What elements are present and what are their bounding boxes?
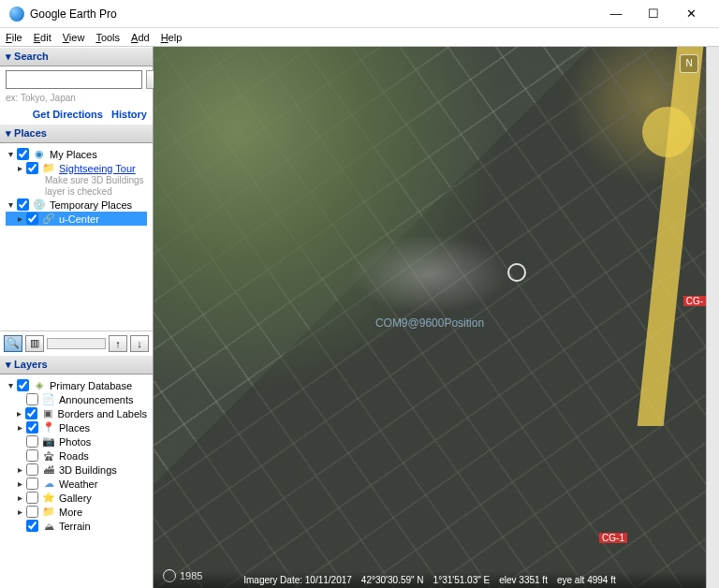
minimize-button[interactable]: —: [597, 1, 635, 27]
tree-row[interactable]: ▸📁More: [6, 505, 147, 519]
status-eye-alt: eye alt 4994 ft: [557, 575, 616, 585]
map-label-cg1: CG-1: [599, 533, 627, 543]
checkbox[interactable]: [26, 393, 38, 405]
checkbox[interactable]: [25, 407, 37, 419]
photo-icon: 📷: [42, 435, 55, 448]
map-label-cg2: CG-: [683, 296, 706, 306]
checkbox[interactable]: [26, 492, 38, 504]
opacity-slider[interactable]: [47, 338, 106, 349]
link-icon: 🔗: [42, 213, 55, 226]
tree-row[interactable]: ▾◉My Places: [6, 147, 147, 161]
status-latitude: 42°30'30.59" N: [361, 575, 424, 585]
db-icon: ◈: [33, 379, 46, 392]
map-viewport[interactable]: N COM9@9600Position CG-1 CG- 1985 Imager…: [154, 47, 706, 588]
tree-row[interactable]: ▸🏙3D Buildings: [6, 463, 147, 477]
more-icon: 📁: [42, 506, 55, 519]
compass-icon[interactable]: N: [680, 54, 698, 73]
expand-icon[interactable]: ▸: [15, 422, 24, 433]
title-bar: Google Earth Pro — ☐ ✕: [0, 0, 719, 28]
checkbox[interactable]: [17, 148, 29, 160]
weather-icon: ☁: [42, 478, 55, 491]
get-directions-link[interactable]: Get Directions: [33, 109, 103, 120]
disc-icon: 💿: [33, 198, 46, 212]
checkbox[interactable]: [26, 520, 38, 532]
road-icon: 🛣: [42, 449, 55, 463]
checkbox[interactable]: [26, 421, 38, 434]
expand-icon[interactable]: ▸: [15, 507, 24, 517]
tree-row[interactable]: ▸📍Places: [6, 420, 147, 434]
menu-add[interactable]: Add: [131, 32, 150, 43]
tree-label: Temporary Places: [48, 199, 132, 211]
note-icon: 📄: [42, 393, 55, 406]
tree-hint: layer is checked: [6, 186, 147, 198]
move-up-button[interactable]: ↑: [109, 335, 127, 352]
roundabout-overlay: [642, 107, 693, 157]
places-panel-header[interactable]: Places: [0, 124, 153, 143]
maximize-button[interactable]: ☐: [635, 1, 672, 27]
tree-label: Primary Database: [48, 380, 132, 391]
checkbox[interactable]: [26, 162, 38, 174]
status-imagery-date: Imagery Date: 10/11/2017: [243, 575, 352, 585]
checkbox[interactable]: [26, 478, 38, 490]
tree-row[interactable]: ▸▣Borders and Labels: [6, 406, 147, 420]
expand-icon[interactable]: ▾: [6, 380, 15, 390]
tree-label: Announcements: [57, 394, 134, 405]
expand-icon[interactable]: ▸: [15, 464, 24, 475]
checkbox[interactable]: [26, 213, 38, 225]
menu-view[interactable]: View: [63, 32, 85, 43]
tree-row[interactable]: ▸📁Sightseeing Tour: [6, 161, 147, 175]
tree-label: Gallery: [57, 492, 92, 504]
tree-row[interactable]: ▸☁Weather: [6, 477, 147, 491]
history-link[interactable]: History: [111, 109, 147, 120]
search-input[interactable]: [6, 70, 142, 89]
checkbox[interactable]: [17, 198, 29, 211]
search-toggle-button[interactable]: 🔍: [4, 335, 22, 352]
opacity-slider-zone: 🔍 ▥ ↑ ↓: [0, 331, 153, 355]
expand-icon[interactable]: ▸: [15, 492, 24, 503]
tree-label: More: [57, 507, 82, 518]
menu-file[interactable]: File: [6, 32, 22, 43]
checkbox[interactable]: [26, 463, 38, 476]
checkbox[interactable]: [26, 506, 38, 518]
map-overlay-label: COM9@9600Position: [375, 316, 484, 330]
scrollbar[interactable]: [706, 47, 719, 588]
tree-label: Photos: [57, 436, 91, 448]
sidebar: Search Search ex: Tokyo, Japan Get Direc…: [0, 47, 154, 588]
menu-bar: File Edit View Tools Add Help: [0, 28, 719, 47]
menu-edit[interactable]: Edit: [34, 32, 51, 43]
tree-row[interactable]: ▸⭐Gallery: [6, 491, 147, 505]
terrain-icon: ⛰: [42, 520, 55, 533]
expand-icon[interactable]: ▸: [15, 408, 23, 419]
status-longitude: 1°31'51.03" E: [433, 575, 491, 585]
checkbox[interactable]: [26, 435, 38, 448]
tree-label: 3D Buildings: [57, 464, 117, 476]
place-icon: 📍: [42, 421, 55, 434]
search-example: ex: Tokyo, Japan: [6, 93, 147, 103]
tree-row[interactable]: ▾💿Temporary Places: [6, 198, 147, 212]
tree-row[interactable]: 📷Photos: [6, 434, 147, 448]
tree-label: Terrain: [57, 521, 91, 532]
layers-panel-header[interactable]: Layers: [0, 355, 153, 375]
tree-label: My Places: [48, 149, 97, 160]
map-marker[interactable]: [507, 263, 526, 282]
tree-row[interactable]: 🛣Roads: [6, 448, 147, 463]
tree-label: Borders and Labels: [56, 408, 147, 419]
move-down-button[interactable]: ↓: [130, 335, 149, 352]
tree-row[interactable]: ▸🔗u-Center: [6, 212, 147, 226]
panel-button[interactable]: ▥: [25, 335, 44, 352]
menu-tools[interactable]: Tools: [95, 32, 120, 43]
tree-row[interactable]: ⛰Terrain: [6, 519, 147, 533]
tree-row[interactable]: ▾◈Primary Database: [6, 378, 147, 392]
close-button[interactable]: ✕: [672, 1, 710, 27]
tree-label: u-Center: [57, 213, 99, 225]
checkbox[interactable]: [26, 449, 38, 462]
menu-help[interactable]: Help: [161, 32, 183, 43]
checkbox[interactable]: [17, 379, 29, 391]
window-title: Google Earth Pro: [30, 7, 597, 21]
expand-icon[interactable]: ▸: [15, 478, 24, 489]
tree-label: Places: [57, 422, 90, 434]
status-elevation: elev 3351 ft: [499, 575, 548, 585]
star-icon: ⭐: [42, 492, 55, 505]
tree-row[interactable]: 📄Announcements: [6, 392, 147, 406]
search-panel-header[interactable]: Search: [0, 47, 153, 66]
